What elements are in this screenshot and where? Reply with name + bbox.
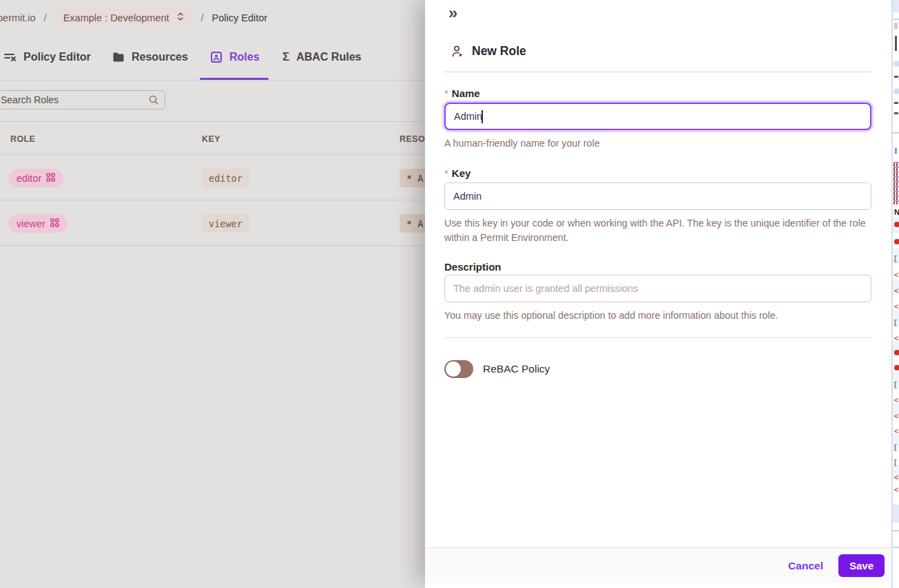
- name-helper: A human-friendly name for your role: [444, 136, 872, 151]
- key-helper: Use this key in your code or when workin…: [444, 216, 872, 245]
- role-badge-viewer[interactable]: viewer: [8, 214, 68, 233]
- policy-editor-icon: [3, 51, 17, 63]
- rebac-toggle-label: ReBAC Policy: [483, 363, 550, 375]
- edge-fragment-chev: <: [894, 412, 898, 419]
- breadcrumb: permit.io / Example : Development / Poli…: [0, 7, 267, 28]
- app-window: permit.io / Example : Development / Poli…: [0, 0, 899, 588]
- description-input[interactable]: [444, 275, 871, 302]
- role-grid-icon: [50, 218, 59, 229]
- folder-icon: [112, 52, 125, 63]
- drawer-footer: Cancel Save: [425, 547, 891, 583]
- role-key-pill: viewer: [202, 214, 249, 233]
- toggle-knob: [446, 361, 461, 377]
- tab-policy-editor[interactable]: Policy Editor: [3, 48, 91, 66]
- edge-fragment-dash: [894, 102, 898, 104]
- column-header-key: KEY: [202, 134, 220, 144]
- sigma-icon: Σ: [282, 50, 289, 64]
- table-bottom-divider: [0, 245, 425, 246]
- edge-fragment-chev: <: [894, 428, 898, 434]
- collapse-drawer-icon[interactable]: »: [448, 3, 457, 23]
- edge-fragment-chev: <: [894, 271, 898, 278]
- edge-fragment-circle: [893, 61, 899, 67]
- text-caret: [482, 110, 483, 123]
- tab-label: ABAC Rules: [296, 51, 361, 63]
- tab-resources[interactable]: Resources: [112, 48, 188, 66]
- edge-fragment-line: [893, 530, 899, 532]
- search-roles-input[interactable]: [1, 94, 148, 105]
- role-name: editor: [17, 173, 41, 184]
- row-divider: [0, 200, 425, 200]
- description-label: Description: [444, 261, 502, 273]
- tab-roles[interactable]: Roles: [210, 48, 260, 66]
- section-divider: [444, 337, 872, 338]
- tab-label: Resources: [132, 51, 188, 63]
- environment-selector[interactable]: Example : Development: [55, 7, 193, 28]
- breadcrumb-org[interactable]: permit.io: [0, 12, 36, 23]
- edge-fragment-circle: [893, 88, 899, 94]
- cancel-button[interactable]: Cancel: [788, 560, 823, 572]
- rebac-toggle[interactable]: [444, 360, 473, 378]
- breadcrumb-page: Policy Editor: [212, 12, 268, 23]
- key-input[interactable]: [444, 182, 871, 210]
- edge-fragment-bracket: [: [894, 319, 897, 326]
- role-grid-icon: [46, 173, 55, 184]
- drawer-title: New Role: [472, 44, 526, 59]
- edge-fragment-dot: [894, 239, 899, 244]
- required-marker: *: [444, 87, 448, 99]
- rebac-toggle-row: ReBAC Policy: [444, 360, 550, 378]
- drawer-header-divider: [444, 72, 872, 72]
- edge-fragment-bar: [895, 36, 897, 51]
- new-role-drawer: » New Role * Name A human-friendly name …: [425, 0, 891, 583]
- edge-fragment-bracket: [: [894, 381, 897, 388]
- table-top-divider: [0, 121, 425, 122]
- search-roles-box: [0, 90, 165, 109]
- user-star-icon: [451, 45, 464, 59]
- edge-fragment-line: [893, 547, 899, 548]
- search-icon[interactable]: [148, 94, 159, 105]
- edge-fragment-bracket: [: [894, 443, 897, 450]
- name-input[interactable]: [444, 103, 871, 130]
- role-key-pill: editor: [202, 169, 249, 187]
- edge-fragment-chev: <: [894, 474, 898, 481]
- unfold-more-icon: [176, 12, 185, 23]
- breadcrumb-separator: /: [44, 12, 47, 23]
- edge-fragment-pink: [894, 23, 898, 29]
- breadcrumb-separator-2: /: [201, 12, 204, 23]
- edge-fragment-chev: <: [894, 287, 898, 294]
- edge-fragment-chev: <: [894, 335, 898, 342]
- edge-fragment-dash: [894, 76, 898, 78]
- save-button[interactable]: Save: [838, 554, 885, 577]
- key-label: * Key: [444, 167, 471, 179]
- tab-label: Policy Editor: [23, 51, 91, 63]
- required-marker: *: [444, 167, 448, 179]
- edge-fragment-dash: [894, 112, 898, 114]
- tab-abac-rules[interactable]: Σ ABAC Rules: [282, 48, 361, 66]
- role-badge-editor[interactable]: editor: [8, 169, 63, 187]
- table-header-divider: [0, 154, 425, 155]
- edge-fragment-chev: <: [894, 303, 898, 310]
- column-header-role: ROLE: [10, 134, 35, 144]
- edge-fragment-chev: <: [894, 397, 898, 403]
- edge-fragment-dot: [894, 222, 899, 227]
- edge-fragment-block: [893, 505, 899, 523]
- edge-fragment-block: [893, 0, 899, 12]
- environment-label: Example : Development: [63, 12, 169, 23]
- edge-fragment-dot: [894, 365, 899, 370]
- edge-fragment-line: [893, 19, 899, 20]
- edge-fragment-dot: [894, 350, 899, 355]
- drawer-title-row: New Role: [451, 44, 526, 59]
- edge-fragment-chev: <: [894, 486, 898, 493]
- edge-fragment-iglyph: I: [894, 147, 898, 155]
- name-label: * Name: [444, 87, 480, 99]
- edge-fragment-flag: [893, 162, 899, 204]
- description-helper: You may use this optional description to…: [444, 308, 872, 323]
- edge-fragment-line: [893, 132, 899, 134]
- roles-badge-icon: [210, 51, 223, 63]
- edge-fragment-bracket: [: [894, 459, 897, 465]
- role-name: viewer: [17, 218, 45, 229]
- tab-label: Roles: [229, 51, 260, 63]
- edge-strip: IN[<<<[<[<<<[[<<: [891, 0, 899, 588]
- edge-fragment-nglyph: N: [894, 209, 899, 216]
- under-drawer-gap: [425, 583, 899, 588]
- edge-fragment-bracket: [: [894, 255, 897, 262]
